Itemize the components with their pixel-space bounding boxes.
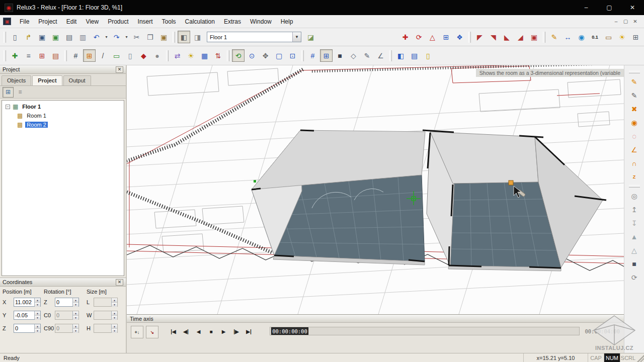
pyramid-icon[interactable]: △: [628, 244, 640, 256]
sphere-tool-icon[interactable]: ●: [151, 49, 164, 62]
position-x-input[interactable]: [14, 298, 34, 306]
tab-project[interactable]: Project: [32, 75, 62, 85]
fill-color-icon[interactable]: ◉: [575, 31, 588, 43]
rotate-object-icon[interactable]: ⟳: [413, 31, 425, 43]
menu-item-extras[interactable]: Extras: [219, 16, 246, 27]
pen-icon[interactable]: ✎: [548, 31, 560, 43]
move-object-icon[interactable]: ✚: [399, 31, 412, 43]
cut-icon[interactable]: ✂: [130, 31, 143, 43]
axis-angle-icon[interactable]: ∠: [374, 49, 387, 62]
render-dark-icon[interactable]: ■: [334, 49, 346, 62]
insert-object-icon[interactable]: ✚: [9, 49, 21, 62]
save-icon[interactable]: ▣: [36, 31, 48, 43]
snap-ne-icon[interactable]: ◥: [487, 31, 500, 43]
resize-grip[interactable]: [636, 353, 644, 362]
align-grid-icon[interactable]: ⊞: [440, 31, 452, 43]
view-3d-frame-icon[interactable]: ◨: [191, 31, 204, 43]
tab-output[interactable]: Output: [63, 75, 91, 85]
z-axis-icon[interactable]: Z: [628, 170, 640, 183]
calculation-table-icon[interactable]: ⊞: [629, 31, 642, 43]
spinner-down-icon[interactable]: ▼: [35, 302, 40, 307]
select-frame-icon[interactable]: ▢: [273, 49, 285, 62]
save-all-icon[interactable]: ▣: [49, 31, 62, 43]
spinner-up-icon[interactable]: ▲: [35, 324, 40, 328]
menu-item-edit[interactable]: Edit: [62, 16, 82, 27]
spinner-up-icon[interactable]: ▲: [35, 298, 40, 302]
orbit-icon[interactable]: ⟳: [628, 271, 640, 284]
measure-ladder-icon[interactable]: ≡: [22, 49, 35, 62]
toolbar-grip[interactable]: [4, 50, 6, 61]
new-file-icon[interactable]: ▯: [9, 31, 21, 43]
snap-se-icon[interactable]: ◢: [514, 31, 527, 43]
menu-item-tools[interactable]: Tools: [157, 16, 181, 27]
lower-icon[interactable]: ↧: [628, 217, 640, 229]
measure-diagonal-icon[interactable]: ◇: [347, 49, 360, 62]
chevron-down-icon[interactable]: ▼: [292, 32, 301, 42]
timeline-track[interactable]: [270, 327, 580, 335]
tree-row-floor1[interactable]: − ▦ Floor 1: [2, 102, 124, 111]
menu-item-calculation[interactable]: Calculation: [181, 16, 219, 27]
position-z-field[interactable]: ▲▼: [14, 324, 41, 333]
mdi-restore-button[interactable]: ▢: [621, 19, 630, 24]
move-axis-icon[interactable]: ⇄: [171, 49, 184, 62]
minimize-button[interactable]: –: [575, 0, 598, 15]
redo-icon[interactable]: ↷: [110, 31, 123, 43]
luminaire-icon[interactable]: ☀: [616, 31, 628, 43]
document-window-icon[interactable]: ▣: [3, 18, 11, 25]
stop-button[interactable]: ■: [205, 326, 217, 336]
list-view-icon[interactable]: ≡: [15, 87, 26, 98]
tree-row-room1[interactable]: ▩ Room 1: [2, 111, 124, 120]
probe-icon[interactable]: ✎: [361, 49, 373, 62]
add-lamp-icon[interactable]: ☀: [185, 49, 197, 62]
tab-objects[interactable]: Objects: [2, 75, 31, 85]
close-icon[interactable]: ✕: [116, 66, 123, 73]
raise-icon[interactable]: ↥: [628, 203, 640, 216]
decimal-places-icon[interactable]: 0.1: [589, 31, 601, 43]
tree-row-room2[interactable]: ▩ Room 2: [2, 120, 124, 129]
play-button[interactable]: ▶: [218, 326, 229, 336]
target-icon[interactable]: ◎: [628, 190, 640, 202]
menu-item-file[interactable]: File: [15, 16, 34, 27]
column-tool-icon[interactable]: ▯: [124, 49, 136, 62]
spinner-down-icon[interactable]: ▼: [35, 315, 40, 320]
view-3d-icon[interactable]: ◧: [178, 31, 190, 43]
project-cube-icon[interactable]: ◧: [394, 49, 407, 62]
undo-icon[interactable]: ↶: [90, 31, 103, 43]
step-forward-button[interactable]: |▶: [230, 326, 242, 336]
rotation-z-stepper[interactable]: ▲▼: [72, 298, 78, 306]
collapse-icon[interactable]: −: [6, 105, 10, 109]
point-marker-icon[interactable]: ◉: [628, 116, 640, 129]
snap-center-icon[interactable]: ▣: [528, 31, 540, 43]
position-z-input[interactable]: [14, 324, 34, 332]
zoom-icon[interactable]: ⊙: [246, 49, 258, 62]
rotation-z-input[interactable]: [55, 298, 72, 306]
open-icon[interactable]: ↱: [22, 31, 35, 43]
toolbar-grip[interactable]: [4, 32, 6, 43]
position-y-field[interactable]: ▲▼: [14, 311, 41, 320]
note-sheet-icon[interactable]: ▯: [422, 49, 434, 62]
tree-label-room2[interactable]: Room 2: [25, 122, 48, 128]
menu-item-window[interactable]: Window: [246, 16, 276, 27]
snap-nw-icon[interactable]: ◤: [473, 31, 486, 43]
swap-icon[interactable]: ⇅: [212, 49, 224, 62]
maximize-button[interactable]: ▢: [598, 0, 621, 15]
skip-start-button[interactable]: |◀: [168, 326, 179, 336]
current-time-display[interactable]: 00:00:00:00: [271, 327, 308, 335]
menu-item-insert[interactable]: Insert: [133, 16, 157, 27]
paste-icon[interactable]: ▣: [157, 31, 170, 43]
grid-red-icon[interactable]: ⊞: [36, 49, 48, 62]
dimension-icon[interactable]: ↔: [561, 31, 574, 43]
tree-label-room1[interactable]: Room 1: [25, 113, 48, 119]
undo-dropdown-icon[interactable]: ▾: [104, 31, 109, 43]
close-button[interactable]: ✕: [621, 0, 644, 15]
mirror-object-icon[interactable]: △: [426, 31, 439, 43]
spinner-down-icon[interactable]: ▼: [73, 302, 78, 307]
orbit-view-icon[interactable]: ⟲: [232, 49, 245, 62]
viewport-3d-scene[interactable]: [127, 65, 624, 314]
floor-selector[interactable]: Floor 1 ▼: [207, 32, 301, 42]
shift-timepoint-icon[interactable]: ↘: [146, 326, 158, 338]
cone-icon[interactable]: ▲: [628, 230, 640, 243]
layer-stack-icon[interactable]: ▤: [408, 49, 421, 62]
menu-item-project[interactable]: Project: [34, 16, 61, 27]
surface-tool-icon[interactable]: ▭: [110, 49, 123, 62]
